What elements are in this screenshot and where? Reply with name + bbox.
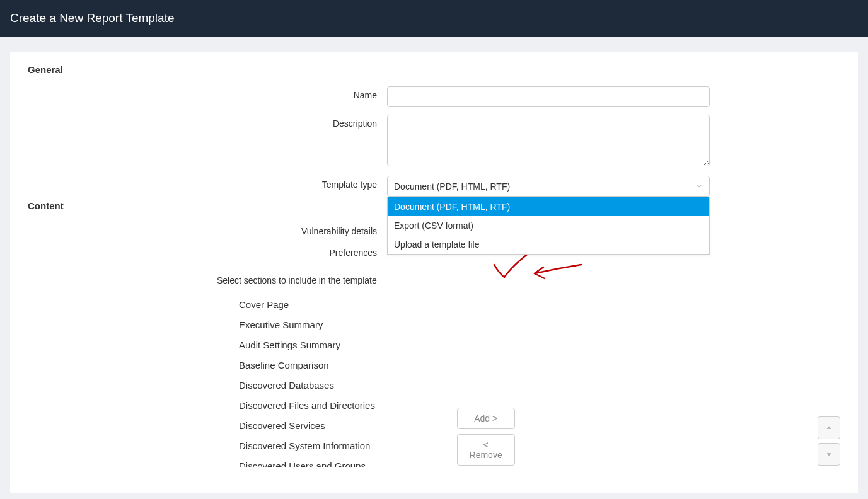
list-item[interactable]: Executive Summary bbox=[217, 315, 449, 335]
remove-button[interactable]: < Remove bbox=[457, 434, 515, 466]
template-type-option-document[interactable]: Document (PDF, HTML, RTF) bbox=[388, 197, 709, 216]
description-label: Description bbox=[28, 115, 387, 129]
list-item[interactable]: Cover Page bbox=[217, 295, 449, 315]
transfer-buttons: Add > < Remove bbox=[457, 292, 515, 468]
list-item[interactable]: Discovered System Information bbox=[217, 436, 449, 456]
template-type-option-export[interactable]: Export (CSV format) bbox=[388, 216, 709, 235]
list-item[interactable]: Discovered Files and Directories bbox=[217, 396, 449, 416]
name-label: Name bbox=[28, 86, 387, 100]
triangle-up-icon bbox=[826, 425, 832, 431]
page-title: Create a New Report Template bbox=[10, 11, 175, 25]
template-type-option-upload[interactable]: Upload a template file bbox=[388, 235, 709, 254]
form-panel: General Name Description Template type D… bbox=[10, 52, 858, 493]
triangle-down-icon bbox=[826, 451, 832, 457]
template-type-row: Template type Document (PDF, HTML, RTF) … bbox=[28, 176, 840, 197]
page-header: Create a New Report Template bbox=[0, 0, 868, 37]
list-item[interactable]: Discovered Databases bbox=[217, 376, 449, 396]
move-down-button[interactable] bbox=[818, 443, 840, 466]
sections-intro-label: Select sections to include in the templa… bbox=[217, 275, 840, 285]
selected-sections-list[interactable] bbox=[523, 292, 810, 468]
template-type-select[interactable]: Document (PDF, HTML, RTF) bbox=[387, 176, 710, 197]
reorder-buttons bbox=[818, 292, 840, 468]
available-sections-list[interactable]: Cover PageExecutive SummaryAudit Setting… bbox=[217, 292, 449, 468]
svg-marker-0 bbox=[827, 427, 831, 429]
vuln-details-label: Vulnerability details bbox=[28, 222, 387, 236]
list-item[interactable]: Discovered Services bbox=[217, 416, 449, 436]
page-body: General Name Description Template type D… bbox=[0, 37, 868, 493]
list-item[interactable]: Discovered Users and Groups bbox=[217, 456, 449, 468]
chevron-down-icon bbox=[695, 181, 703, 192]
add-button[interactable]: Add > bbox=[457, 408, 515, 429]
list-item[interactable]: Baseline Comparison bbox=[217, 355, 449, 376]
preferences-label: Preferences bbox=[28, 244, 387, 258]
description-row: Description bbox=[28, 115, 840, 168]
list-item[interactable]: Audit Settings Summary bbox=[217, 335, 449, 355]
template-type-selected-value: Document (PDF, HTML, RTF) bbox=[394, 181, 510, 192]
name-row: Name bbox=[28, 86, 840, 107]
template-type-label: Template type bbox=[28, 176, 387, 190]
general-heading: General bbox=[28, 64, 840, 75]
move-up-button[interactable] bbox=[818, 416, 840, 439]
svg-marker-1 bbox=[827, 453, 831, 456]
name-input[interactable] bbox=[387, 86, 710, 107]
template-type-dropdown: Document (PDF, HTML, RTF) Export (CSV fo… bbox=[387, 197, 710, 255]
description-input[interactable] bbox=[387, 115, 710, 166]
dual-listbox: Cover PageExecutive SummaryAudit Setting… bbox=[217, 292, 840, 468]
